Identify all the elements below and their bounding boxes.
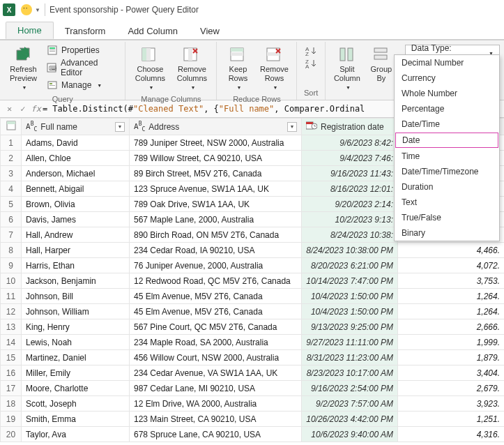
cell-truncated[interactable]: 4,316. <box>398 427 505 442</box>
accept-formula-icon[interactable]: ✓ <box>20 104 25 114</box>
fx-icon[interactable]: fx <box>31 104 40 114</box>
column-header-registration[interactable]: Registration date <box>302 119 398 135</box>
remove-columns-button[interactable]: Remove Columns ▼ <box>171 43 212 95</box>
data-type-option[interactable]: Binary <box>395 225 499 241</box>
row-index[interactable]: 12 <box>1 304 22 319</box>
row-index[interactable]: 13 <box>1 319 22 335</box>
cell-registration[interactable]: 10/2/2023 9:13: <box>302 212 398 227</box>
cell-truncated[interactable]: 2,666. <box>398 319 505 335</box>
cell-registration[interactable]: 9/27/2023 11:11:00 PM <box>302 335 398 350</box>
data-type-option[interactable]: Currency <box>395 70 499 86</box>
row-index[interactable]: 11 <box>1 289 22 304</box>
cell-address[interactable]: 789 Willow Street, CA 90210, USA <box>130 151 302 166</box>
choose-columns-button[interactable]: Choose Columns ▼ <box>130 43 170 95</box>
cell-registration[interactable]: 8/24/2023 10:38:00 PM <box>302 243 398 258</box>
sort-asc-button[interactable]: AZ <box>305 46 316 56</box>
row-index[interactable]: 3 <box>1 166 22 181</box>
tab-view[interactable]: View <box>189 23 231 39</box>
cell-full-name[interactable]: Jackson, Benjamin <box>22 273 130 289</box>
cell-registration[interactable]: 8/24/2023 10:38: <box>302 227 398 243</box>
cell-address[interactable]: 987 Cedar Lane, MI 90210, USA <box>130 381 302 396</box>
cell-registration[interactable]: 9/16/2023 11:43: <box>302 166 398 181</box>
table-row[interactable]: 17Moore, Charlotte987 Cedar Lane, MI 902… <box>1 381 505 396</box>
cell-registration[interactable]: 10/14/2023 7:47:00 PM <box>302 273 398 289</box>
cell-full-name[interactable]: Hall, Andrew <box>22 227 130 243</box>
cell-registration[interactable]: 10/4/2023 1:50:00 PM <box>302 304 398 319</box>
cell-truncated[interactable]: 4,466. <box>398 243 505 258</box>
cell-full-name[interactable]: Allen, Chloe <box>22 151 130 166</box>
row-index[interactable]: 18 <box>1 396 22 412</box>
tab-add-column[interactable]: Add Column <box>116 23 189 39</box>
smiley-icon[interactable] <box>21 4 32 15</box>
cell-registration[interactable]: 9/2/2023 7:57:00 AM <box>302 396 398 412</box>
cell-registration[interactable]: 8/16/2023 12:01: <box>302 181 398 197</box>
tab-transform[interactable]: Transform <box>54 23 117 39</box>
row-index[interactable]: 6 <box>1 212 22 227</box>
cell-truncated[interactable]: 3,923. <box>398 396 505 412</box>
qat-dropdown-icon[interactable]: ▼ <box>35 7 40 13</box>
data-type-option[interactable]: Date/Time/Timezone <box>395 164 499 179</box>
cell-registration[interactable]: 9/20/2023 2:14: <box>302 197 398 212</box>
table-row[interactable]: 8Hall, Harper234 Cedar Road, IA 90210, U… <box>1 243 505 258</box>
row-index[interactable]: 9 <box>1 258 22 273</box>
row-index[interactable]: 4 <box>1 181 22 197</box>
data-type-option[interactable]: Whole Number <box>395 86 499 101</box>
cell-registration[interactable]: 9/4/2023 7:46: <box>302 151 398 166</box>
cell-address[interactable]: 567 Pine Court, QC M5V 2T6, Canada <box>130 319 302 335</box>
data-type-option[interactable]: Date/Time <box>395 116 499 132</box>
cell-full-name[interactable]: King, Henry <box>22 319 130 335</box>
data-type-option[interactable]: Text <box>395 195 499 210</box>
filter-dropdown-icon[interactable]: ▼ <box>287 122 297 132</box>
cell-address[interactable]: 789 Oak Drive, SW1A 1AA, UK <box>130 197 302 212</box>
data-type-option[interactable]: True/False <box>395 210 499 225</box>
row-index[interactable]: 15 <box>1 350 22 365</box>
cell-full-name[interactable]: Harris, Ethan <box>22 258 130 273</box>
cell-full-name[interactable]: Moore, Charlotte <box>22 381 130 396</box>
cell-address[interactable]: 123 Main Street, CA 90210, USA <box>130 412 302 427</box>
cell-truncated[interactable]: 4,072. <box>398 258 505 273</box>
cell-full-name[interactable]: Adams, David <box>22 135 130 151</box>
cell-full-name[interactable]: Lewis, Noah <box>22 335 130 350</box>
cell-address[interactable]: 234 Cedar Road, IA 90210, USA <box>130 243 302 258</box>
advanced-editor-button[interactable]: ⌨ Advanced Editor <box>44 57 121 78</box>
cell-registration[interactable]: 10/6/2023 9:40:00 AM <box>302 427 398 442</box>
cell-full-name[interactable]: Johnson, William <box>22 304 130 319</box>
cell-address[interactable]: 678 Spruce Lane, CA 90210, USA <box>130 427 302 442</box>
row-index[interactable]: 7 <box>1 227 22 243</box>
data-type-option[interactable]: Time <box>395 149 499 164</box>
cell-address[interactable]: 456 Willow Court, NSW 2000, Australia <box>130 350 302 365</box>
cell-truncated[interactable]: 1,251. <box>398 412 505 427</box>
cell-truncated[interactable]: 3,753. <box>398 273 505 289</box>
cell-full-name[interactable]: Bennett, Abigail <box>22 181 130 197</box>
cell-registration[interactable]: 9/16/2023 2:54:00 PM <box>302 381 398 396</box>
cell-address[interactable]: 789 Juniper Street, NSW 2000, Australia <box>130 135 302 151</box>
row-index[interactable]: 17 <box>1 381 22 396</box>
row-index[interactable]: 5 <box>1 197 22 212</box>
cell-address[interactable]: 123 Spruce Avenue, SW1A 1AA, UK <box>130 181 302 197</box>
table-row[interactable]: 18Scott, Joseph12 Elm Drive, WA 2000, Au… <box>1 396 505 412</box>
row-index[interactable]: 2 <box>1 151 22 166</box>
cell-address[interactable]: 45 Elm Avenue, M5V 2T6, Canada <box>130 289 302 304</box>
formula-text[interactable]: = Table.Distinct(#"Cleaned Text", {"Full… <box>43 104 365 114</box>
cell-address[interactable]: 12 Redwood Road, QC M5V 2T6, Canada <box>130 273 302 289</box>
split-column-button[interactable]: Split Column ▼ <box>330 43 365 95</box>
cell-truncated[interactable]: 1,999. <box>398 335 505 350</box>
column-header-address[interactable]: ABC Address ▼ <box>130 119 302 135</box>
filter-dropdown-icon[interactable]: ▼ <box>115 122 125 132</box>
table-row[interactable]: 19Smith, Emma123 Main Street, CA 90210, … <box>1 412 505 427</box>
group-by-button[interactable]: Group By <box>366 43 397 86</box>
cell-full-name[interactable]: Miller, Emily <box>22 365 130 381</box>
cell-full-name[interactable]: Hall, Harper <box>22 243 130 258</box>
cell-truncated[interactable]: 3,404. <box>398 365 505 381</box>
cell-address[interactable]: 234 Maple Road, SA 2000, Australia <box>130 335 302 350</box>
table-row[interactable]: 16Miller, Emily234 Cedar Avenue, VA SW1A… <box>1 365 505 381</box>
table-row[interactable]: 14Lewis, Noah234 Maple Road, SA 2000, Au… <box>1 335 505 350</box>
table-row[interactable]: 10Jackson, Benjamin12 Redwood Road, QC M… <box>1 273 505 289</box>
row-index[interactable]: 16 <box>1 365 22 381</box>
cell-registration[interactable]: 9/13/2023 9:25:00 PM <box>302 319 398 335</box>
cell-registration[interactable]: 8/23/2023 10:17:00 AM <box>302 365 398 381</box>
cell-full-name[interactable]: Scott, Joseph <box>22 396 130 412</box>
table-row[interactable]: 11Johnson, Bill45 Elm Avenue, M5V 2T6, C… <box>1 289 505 304</box>
cell-full-name[interactable]: Anderson, Michael <box>22 166 130 181</box>
cell-full-name[interactable]: Smith, Emma <box>22 412 130 427</box>
